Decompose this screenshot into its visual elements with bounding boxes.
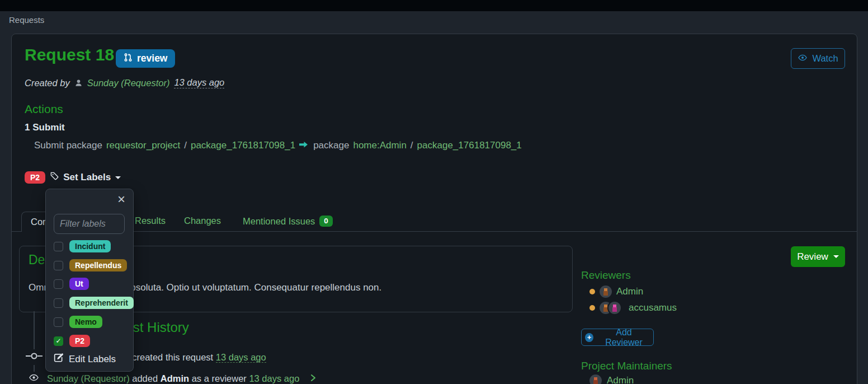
tab-mentioned-issues[interactable]: Mentioned Issues 0 [243,216,333,227]
avatar-group [600,302,621,314]
created-by-text: Created by [25,78,70,88]
watch-button-label: Watch [812,53,838,64]
label-checkbox[interactable] [54,242,63,251]
history-timestamp: 13 days ago [216,352,266,363]
history-action-text: created this request [132,352,213,362]
label-checkbox[interactable] [54,317,63,327]
target-project-link[interactable]: home:Admin [353,140,406,151]
reviewer-row: Admin [589,285,643,298]
maintainer-row: Admin [589,374,634,384]
tab-results[interactable]: Results [135,216,166,226]
label-badge: P2 [69,335,90,347]
separator: / [184,140,187,151]
reviewer-link[interactable]: Admin [616,286,643,297]
selected-label-badge: P2 [25,171,45,184]
separator: / [411,140,413,151]
edit-labels-link[interactable]: Edit Labels [54,353,116,366]
label-badge: Nemo [69,316,102,328]
submit-prefix: Submit package [34,140,102,151]
actions-heading: Actions [25,102,63,116]
label-checkbox[interactable] [54,298,63,308]
filter-labels-input[interactable] [54,214,125,234]
page: Requests Request 18 review Watch Created… [0,0,868,384]
reviewers-heading: Reviewers [581,269,631,282]
eye-icon [798,53,808,64]
tab-changes[interactable]: Changes [184,216,221,226]
status-badge-label: review [137,53,167,64]
set-labels-popup: × Incidunt Repellendus Ut Reprehenderit … [45,189,134,372]
created-timestamp: 13 days ago [174,77,224,88]
avatar [600,285,612,298]
close-icon[interactable]: × [117,193,125,206]
labels-bar: P2 Set Labels [25,171,121,184]
creator-avatar [74,78,83,87]
review-button[interactable]: Review [791,246,845,267]
eye-icon [29,372,39,384]
tabs-divider [12,231,857,232]
maintainers-heading: Project Maintainers [581,360,672,372]
label-checkbox[interactable] [54,279,63,289]
add-reviewer-button[interactable]: + Add Reviewer [581,329,654,346]
label-option-row: Ut [54,277,89,291]
source-project-link[interactable]: requestor_project [106,140,180,151]
created-by-line: Created by Sunday (Requestor) 13 days ag… [25,77,224,88]
top-navbar [0,0,868,11]
history-action-text: as a reviewer [192,373,247,383]
page-title: Request 18 [25,45,114,64]
review-pending-dot [589,305,595,311]
label-badge: Ut [69,278,89,290]
target-word: package [313,140,349,151]
commit-node-icon [26,349,43,365]
watch-button[interactable]: Watch [791,48,845,69]
reviewer-link[interactable]: accusamus [629,302,677,313]
avatar [589,374,602,384]
add-reviewer-label: Add Reviewer [598,327,650,348]
label-badge: Reprehenderit [69,297,134,309]
label-option-row: Repellendus [54,259,127,272]
reviewer-row: accusamus [589,302,677,314]
breadcrumb[interactable]: Requests [9,15,44,25]
maintainer-link[interactable]: Admin [607,375,634,384]
chevron-right-icon[interactable] [310,373,317,383]
plus-circle-icon: + [585,333,593,342]
history-actor-link[interactable]: Sunday (Requestor) [47,373,130,383]
history-action-text: added [132,373,158,383]
label-option-row: Reprehenderit [54,296,134,310]
git-pull-request-icon [124,53,133,65]
actions-subheading: 1 Submit [25,122,65,133]
chevron-down-icon [833,255,839,258]
label-option-row: Nemo [54,315,102,329]
label-badge: Incidunt [69,240,111,252]
source-package-link[interactable]: package_1761817098_1 [191,140,295,151]
label-option-row: P2 [54,334,90,348]
label-checkbox[interactable] [54,336,63,346]
set-labels-label: Set Labels [63,172,111,183]
history-target-user: Admin [161,373,189,383]
history-timestamp: 13 days ago [249,373,299,383]
label-option-row: Incidunt [54,240,111,253]
target-package-link[interactable]: package_1761817098_1 [417,140,522,151]
review-pending-dot [589,289,595,294]
request-card: Request 18 review Watch Created by Sunda… [11,34,857,384]
submit-action-line: Submit package requestor_project / packa… [34,140,522,151]
avatar [608,302,621,314]
history-entry: Sunday (Requestor) added Admin as a revi… [29,372,317,384]
label-checkbox[interactable] [54,261,63,270]
creator-link[interactable]: Sunday (Requestor) [87,78,170,88]
label-badge: Repellendus [69,259,127,271]
status-badge: review [116,49,175,68]
review-button-label: Review [797,251,828,263]
mentioned-issues-count-badge: 0 [319,216,333,227]
set-labels-dropdown[interactable]: Set Labels [50,172,121,183]
chevron-down-icon [115,176,121,179]
tag-icon [50,172,59,183]
edit-pencil-icon [54,353,64,366]
tab-mentioned-issues-label: Mentioned Issues [243,216,315,227]
edit-labels-label: Edit Labels [69,354,116,365]
arrow-right-icon [299,140,309,151]
